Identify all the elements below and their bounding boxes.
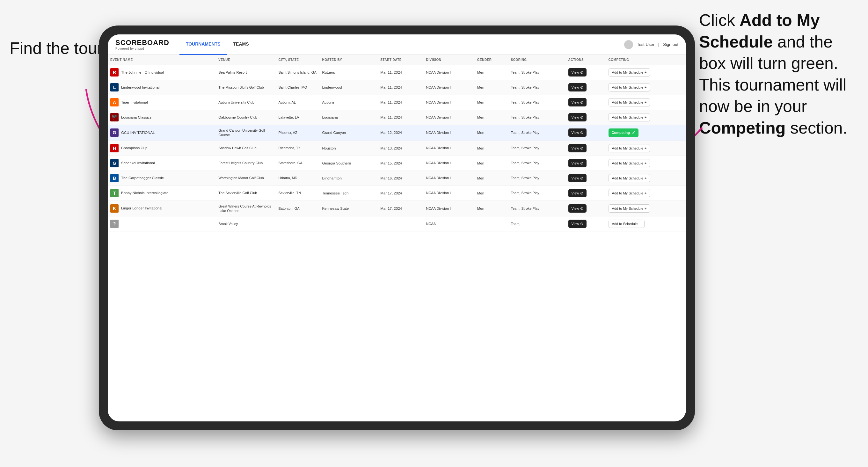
view-button[interactable]: View ⊙	[568, 113, 587, 121]
add-schedule-label: Add to My Schedule	[612, 207, 643, 210]
division-cell: NCAA Division I	[424, 125, 475, 141]
col-scoring: SCORING	[508, 55, 565, 65]
event-name-cell: G Schenkel Invitational	[108, 156, 216, 170]
view-button-text: View	[571, 100, 579, 104]
plus-icon: +	[645, 191, 647, 195]
start-date-cell: Mar 17, 2024	[378, 200, 423, 216]
check-icon: ✓	[632, 130, 635, 135]
team-logo: 🏴	[110, 113, 119, 121]
view-button[interactable]: View ⊙	[568, 98, 587, 106]
add-schedule-label: Add to My Schedule	[612, 86, 643, 89]
scoring-cell: Team,	[508, 216, 565, 231]
col-competing: COMPETING	[606, 55, 686, 65]
team-logo: R	[110, 68, 119, 76]
view-icon: ⊙	[580, 85, 583, 90]
event-name-text: The Johnnie - O Individual	[121, 70, 164, 75]
add-schedule-button[interactable]: Add to Schedule +	[609, 220, 645, 228]
logo-text: SCOREBOARD	[115, 38, 169, 47]
venue-cell: Grand Canyon University Golf Course	[216, 125, 276, 141]
nav-links: TOURNAMENTS TEAMS	[180, 34, 624, 55]
add-schedule-button[interactable]: Add to My Schedule +	[609, 174, 650, 182]
nav-teams[interactable]: TEAMS	[227, 34, 255, 55]
actions-cell: View ⊙	[566, 110, 606, 125]
view-button[interactable]: View ⊙	[568, 220, 587, 228]
scoring-cell: Team, Stroke Play	[508, 186, 565, 200]
nav-right: Test User | Sign out	[624, 40, 678, 49]
division-cell: NCAA Division I	[424, 200, 475, 216]
event-name-cell: B The Carpetbagger Classic	[108, 170, 216, 186]
city-cell: Lafayette, LA	[276, 110, 320, 125]
add-schedule-label: Add to My Schedule	[612, 100, 643, 104]
team-logo: ?	[110, 220, 119, 228]
hosted-by-cell: Auburn	[319, 95, 378, 110]
venue-cell: Auburn University Club	[216, 95, 276, 110]
add-schedule-button[interactable]: Add to My Schedule +	[609, 204, 650, 213]
event-name-text: Champions Cup	[121, 146, 147, 151]
team-logo: G	[110, 159, 119, 167]
view-button[interactable]: View ⊙	[568, 83, 587, 92]
view-button[interactable]: View ⊙	[568, 174, 587, 182]
city-cell: Statesboro, GA	[276, 156, 320, 170]
add-schedule-button[interactable]: Add to My Schedule +	[609, 83, 650, 92]
competing-cell: Add to My Schedule +	[606, 95, 686, 110]
gender-cell: Men	[475, 80, 508, 95]
team-logo: H	[110, 144, 119, 152]
competing-cell: Add to My Schedule +	[606, 110, 686, 125]
scoring-cell: Team, Stroke Play	[508, 156, 565, 170]
division-cell: NCAA	[424, 216, 475, 231]
col-city-state: CITY, STATE	[276, 55, 320, 65]
start-date-cell: Mar 17, 2024	[378, 186, 423, 200]
view-button-text: View	[571, 161, 579, 165]
competing-cell: Add to My Schedule +	[606, 170, 686, 186]
view-button-text: View	[571, 146, 579, 150]
city-cell: Richmond, TX	[276, 141, 320, 156]
view-button-text: View	[571, 191, 579, 195]
table-row: H Champions Cup Shadow Hawk Golf ClubRic…	[108, 141, 686, 156]
add-schedule-button[interactable]: Add to My Schedule +	[609, 68, 650, 76]
scoring-cell: Team, Stroke Play	[508, 141, 565, 156]
add-schedule-button[interactable]: Add to My Schedule +	[609, 144, 650, 152]
scoring-cell: Team, Stroke Play	[508, 110, 565, 125]
col-gender: GENDER	[475, 55, 508, 65]
add-schedule-button[interactable]: Add to My Schedule +	[609, 98, 650, 106]
add-schedule-button[interactable]: Add to My Schedule +	[609, 189, 650, 197]
tablet-frame: SCOREBOARD Powered by clippd TOURNAMENTS…	[99, 26, 695, 430]
view-icon: ⊙	[580, 191, 583, 195]
competing-label: Competing	[612, 131, 630, 134]
start-date-cell: Mar 12, 2024	[378, 125, 423, 141]
hosted-by-cell: Georgia Southern	[319, 156, 378, 170]
competing-cell: Add to My Schedule +	[606, 200, 686, 216]
col-event-name: EVENT NAME	[108, 55, 216, 65]
start-date-cell: Mar 11, 2024	[378, 80, 423, 95]
tablet-screen: SCOREBOARD Powered by clippd TOURNAMENTS…	[108, 34, 686, 422]
city-cell	[276, 216, 320, 231]
view-button[interactable]: View ⊙	[568, 144, 587, 152]
view-button[interactable]: View ⊙	[568, 204, 587, 213]
table-row: B The Carpetbagger Classic Worthington M…	[108, 170, 686, 186]
table-row: L Lindenwood Invitational The Missouri B…	[108, 80, 686, 95]
table-row: G GCU INVITATIONAL Grand Canyon Universi…	[108, 125, 686, 141]
sign-out-link[interactable]: Sign out	[663, 42, 678, 47]
competing-cell: Add to My Schedule +	[606, 65, 686, 80]
event-name-cell: H Champions Cup	[108, 141, 216, 156]
nav-tournaments[interactable]: TOURNAMENTS	[180, 34, 227, 55]
view-icon: ⊙	[580, 161, 583, 165]
view-button[interactable]: View ⊙	[568, 189, 587, 197]
event-name-cell: L Lindenwood Invitational	[108, 80, 216, 95]
hosted-by-cell: Kennesaw State	[319, 200, 378, 216]
scoring-cell: Team, Stroke Play	[508, 170, 565, 186]
table-row: T Bobby Nichols Intercollegiate The Sevi…	[108, 186, 686, 200]
venue-cell: The Sevierville Golf Club	[216, 186, 276, 200]
gender-cell: Men	[475, 200, 508, 216]
competing-button[interactable]: Competing ✓	[609, 128, 639, 137]
scoring-cell: Team, Stroke Play	[508, 200, 565, 216]
add-schedule-button[interactable]: Add to My Schedule +	[609, 159, 650, 167]
view-button[interactable]: View ⊙	[568, 128, 587, 137]
plus-icon: +	[645, 86, 647, 89]
division-cell: NCAA Division I	[424, 110, 475, 125]
view-button[interactable]: View ⊙	[568, 159, 587, 167]
view-button[interactable]: View ⊙	[568, 68, 587, 76]
add-schedule-button[interactable]: Add to My Schedule +	[609, 113, 650, 121]
gender-cell: Men	[475, 95, 508, 110]
view-button-text: View	[571, 176, 579, 180]
